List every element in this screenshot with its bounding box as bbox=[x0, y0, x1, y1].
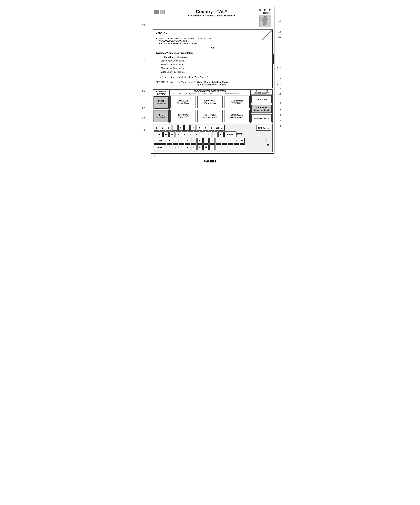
key-v[interactable]: V bbox=[185, 144, 191, 150]
key-d[interactable]: D bbox=[179, 138, 184, 144]
key-c[interactable]: C bbox=[179, 144, 184, 150]
scroll-indicator[interactable] bbox=[272, 54, 274, 64]
key-up-arrow[interactable]: ↑ bbox=[234, 138, 239, 144]
instruction-line2: PLANNING BUTTONS or the bbox=[159, 40, 270, 42]
key-y[interactable]: Y bbox=[194, 132, 199, 137]
audio-tour-button[interactable]: AUDIO TOUR /ITALY History bbox=[197, 95, 223, 108]
key-shift[interactable]: Shift bbox=[154, 138, 166, 144]
key-o[interactable]: O bbox=[212, 132, 217, 137]
kb-row-numbers: 1 2 3 4 5 6 7 8 9 0 BkSpace FIND (Index) bbox=[154, 125, 271, 131]
key-period[interactable]: . bbox=[216, 144, 221, 150]
key-6[interactable]: 6 bbox=[184, 125, 190, 131]
key-h[interactable]: H bbox=[197, 138, 203, 144]
key-backspace[interactable]: BkSpace bbox=[215, 125, 225, 131]
key-b[interactable]: B bbox=[191, 144, 197, 150]
device-header: Country- ITALY VACATION PLANNER & TRAVEL… bbox=[151, 7, 274, 28]
key-7[interactable]: 7 bbox=[191, 125, 196, 131]
key-m[interactable]: M bbox=[203, 144, 209, 150]
options-line2: 2) Press Desired Function Button bbox=[156, 83, 270, 86]
vacation-experience-label: VACATION EXPERIENCE BUTTONS bbox=[170, 90, 250, 93]
link-transmit-button[interactable]: Link/TransmitITINERARY bbox=[224, 95, 250, 108]
icon-square-dark bbox=[154, 10, 159, 14]
planning-buttons-text: PLANNING BUTTONS bbox=[159, 40, 182, 42]
arrow-selected: → bbox=[161, 56, 164, 58]
italy-maps-button[interactable]: ITALY MAPS (toggle anytime) bbox=[251, 105, 272, 113]
key-4[interactable]: 4 bbox=[172, 125, 178, 131]
page-subtitle: VACATION PLANNER & TRAVEL GUIDE bbox=[165, 14, 259, 17]
key-5[interactable]: 5 bbox=[178, 125, 184, 131]
key-a[interactable]: A bbox=[167, 138, 172, 144]
key-p[interactable]: P bbox=[218, 132, 224, 137]
key-1[interactable]: 1 bbox=[154, 125, 159, 131]
use-itinerary-button[interactable]: Use Itinerary bbox=[251, 95, 272, 103]
key-scale[interactable]: Scale bbox=[154, 144, 166, 150]
en-route-detour-button[interactable]: En Route Detour bbox=[251, 114, 272, 122]
ref-33: 33 bbox=[142, 117, 145, 119]
key-w[interactable]: W bbox=[169, 132, 175, 137]
figure-caption: FIGURE 1 bbox=[204, 160, 216, 163]
slideshow-item-3[interactable]: Slide Show- 45 minutes bbox=[161, 63, 270, 66]
key-k[interactable]: k bbox=[210, 138, 215, 144]
key-l[interactable]: l bbox=[216, 138, 221, 144]
key-left-arrow[interactable]: ← bbox=[228, 144, 233, 150]
italy-map-thumbnail: France Switzerland Austria Italy bbox=[259, 15, 271, 27]
content-instructions: ■SELECT DESIRED FUNCTION BUTTON FROM THE… bbox=[156, 37, 270, 45]
gps-locate-button[interactable]: GPS LOCATEFamily Member bbox=[224, 110, 250, 122]
key-t[interactable]: T bbox=[188, 132, 193, 137]
key-enter[interactable]: ENTER bbox=[224, 132, 236, 137]
key-g[interactable]: G bbox=[191, 138, 197, 144]
or-divider: OR bbox=[156, 47, 270, 50]
navigate-country-label: Navigate Country bbox=[251, 92, 273, 94]
key-slash[interactable]: / bbox=[222, 144, 227, 150]
gps-label: GPS LOCATEFamily Member bbox=[230, 114, 244, 119]
key-9[interactable]: 9 bbox=[203, 125, 208, 131]
photo-key[interactable]: PHOTO bbox=[237, 133, 242, 135]
ref-44: –44 bbox=[277, 114, 281, 116]
find-index-button[interactable]: FIND (Index) bbox=[256, 125, 271, 131]
key-q[interactable]: Q bbox=[163, 132, 169, 137]
instruction-line1: ■SELECT DESIRED FUNCTION BUTTON FROM THE bbox=[156, 37, 270, 40]
key-x[interactable]: X bbox=[173, 144, 178, 150]
slideshow-item-5[interactable]: Video Show- 15 Minutes bbox=[161, 70, 270, 74]
battery-seg-6 bbox=[268, 12, 269, 14]
vacation-buttons-text: VACATION EXPERIENCE BUTTONS bbox=[159, 42, 197, 45]
italy-maps-label: ITALY MAPS bbox=[256, 106, 267, 109]
ref-14: –14 bbox=[277, 93, 281, 95]
key-r[interactable]: R bbox=[182, 132, 187, 137]
key-comma[interactable]: , bbox=[210, 144, 215, 150]
key-e[interactable]: E bbox=[176, 132, 181, 137]
transportation-button[interactable]: TransportationRoutes/Schedule bbox=[197, 110, 223, 122]
key-quote[interactable]: ' bbox=[228, 138, 233, 144]
battery-seg-1 bbox=[263, 12, 264, 14]
key-down-arrow[interactable]: ↓ bbox=[234, 144, 239, 150]
key-u[interactable]: U bbox=[200, 132, 205, 137]
slideshow-item-4[interactable]: Slide Show- 60 minutes bbox=[161, 66, 270, 70]
ref-35: –35 bbox=[277, 88, 281, 90]
key-tab[interactable]: Tab bbox=[154, 132, 163, 137]
slideshow-item-2[interactable]: Slide Show- 30 minutes bbox=[161, 59, 270, 63]
ref-37: 37 bbox=[173, 93, 174, 95]
key-right-arrow[interactable]: → bbox=[240, 144, 245, 150]
key-3[interactable]: 3 bbox=[166, 125, 172, 131]
key-s[interactable]: S bbox=[173, 138, 178, 144]
key-j[interactable]: j bbox=[203, 138, 209, 144]
key-f[interactable]: F bbox=[185, 138, 191, 144]
key-8[interactable]: 8 bbox=[197, 125, 202, 131]
watch-tour-label: ■Watch a Virtual Tour Presentation: bbox=[156, 52, 270, 54]
ref-10-label: 10 bbox=[267, 144, 269, 146]
alter-itinerary-button[interactable]: ALTERITINERARY bbox=[153, 110, 169, 122]
phone-directory-button[interactable]: Italy PHONEDIRECTORY bbox=[171, 110, 196, 122]
key-0[interactable]: 0 bbox=[209, 125, 214, 131]
mode-label: MODE bbox=[156, 32, 162, 34]
key-colon[interactable]: : bbox=[222, 138, 227, 144]
mode-colon: : bbox=[162, 32, 164, 34]
instruction-line3: VACATION EXPERIENCE BUTTONS bbox=[159, 42, 270, 45]
plan-itinerary-button[interactable]: PLANITINERARY bbox=[153, 96, 169, 109]
language-translate-button[interactable]: LANGUAGE Translate Phrase bbox=[171, 95, 196, 108]
key-z[interactable]: Z bbox=[167, 144, 172, 150]
key-2[interactable]: 2 bbox=[160, 125, 165, 131]
key-i[interactable]: I bbox=[206, 132, 211, 137]
use-itinerary-label: Use Itinerary bbox=[256, 98, 267, 101]
slideshow-item-1[interactable]: → Slide Show- 15 minutes bbox=[161, 55, 270, 59]
key-n[interactable]: N bbox=[197, 144, 203, 150]
